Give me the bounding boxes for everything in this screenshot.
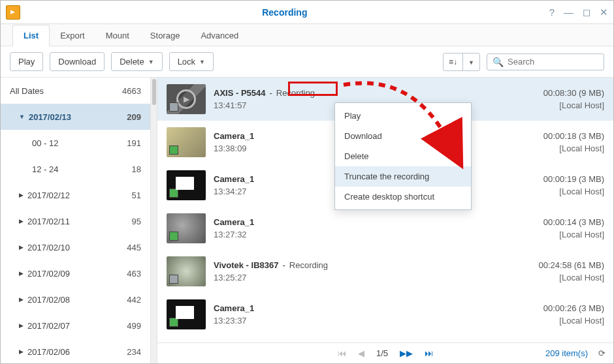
search-icon: 🔍 bbox=[493, 57, 504, 67]
delete-label: Delete bbox=[120, 57, 144, 67]
recording-duration: 00:00:18 (3 MB) bbox=[543, 131, 604, 141]
status-icon bbox=[169, 145, 178, 155]
sidebar-date[interactable]: ▶2017/02/09 463 bbox=[1, 260, 150, 286]
recording-item[interactable]: Camera_1 13:27:32 00:00:14 (3 MB) [Local… bbox=[157, 207, 613, 250]
sidebar-count: 95 bbox=[132, 217, 141, 226]
sidebar-count: 18 bbox=[132, 164, 141, 174]
ctx-shortcut[interactable]: Create desktop shortcut bbox=[335, 187, 471, 207]
tab-list[interactable]: List bbox=[12, 25, 50, 46]
recording-host: [Local Host] bbox=[543, 230, 604, 239]
tab-storage[interactable]: Storage bbox=[140, 25, 191, 46]
sidebar-label: 2017/02/11 bbox=[27, 217, 70, 226]
refresh-icon[interactable]: ⟳ bbox=[598, 348, 606, 358]
recording-thumbnail: ▶ bbox=[167, 84, 206, 114]
sidebar-all-dates[interactable]: All Dates 4663 bbox=[1, 78, 150, 104]
recording-duration: 00:00:26 (3 MB) bbox=[543, 303, 604, 313]
sidebar-count: 442 bbox=[127, 295, 141, 305]
tab-mount[interactable]: Mount bbox=[95, 25, 140, 46]
recording-thumbnail bbox=[167, 299, 206, 329]
ctx-download[interactable]: Download bbox=[335, 126, 471, 146]
tab-export[interactable]: Export bbox=[50, 25, 95, 46]
help-icon[interactable]: ? bbox=[549, 7, 555, 18]
recording-host: [Local Host] bbox=[539, 273, 604, 282]
ctx-play[interactable]: Play bbox=[335, 106, 471, 126]
sidebar-date[interactable]: ▶2017/02/11 95 bbox=[1, 208, 150, 234]
sidebar-count: 209 bbox=[127, 112, 141, 122]
recording-name: Camera_1 bbox=[214, 131, 254, 141]
tab-advanced[interactable]: Advanced bbox=[190, 25, 249, 46]
sidebar-label: 2017/02/08 bbox=[27, 295, 70, 305]
sidebar-date[interactable]: ▶2017/02/08 442 bbox=[1, 286, 150, 312]
recording-host: [Local Host] bbox=[543, 100, 604, 110]
sort-icon[interactable]: ≡↓ bbox=[444, 53, 463, 70]
pager-page: 1/5 bbox=[376, 348, 388, 358]
search-input[interactable] bbox=[508, 57, 614, 67]
recording-time: 13:25:27 bbox=[214, 273, 531, 282]
maximize-icon[interactable]: ◻ bbox=[583, 7, 590, 18]
pager: ⏮ ◀ 1/5 ▶▶ ⏭ 209 item(s) ⟳ bbox=[157, 342, 613, 363]
recording-duration: 00:08:30 (9 MB) bbox=[543, 88, 604, 98]
status-icon bbox=[169, 318, 178, 327]
recording-item[interactable]: Camera_1 13:23:37 00:00:26 (3 MB) [Local… bbox=[157, 293, 613, 336]
chevron-down-icon: ▼ bbox=[19, 114, 25, 120]
sidebar-date-selected[interactable]: ▼2017/02/13 209 bbox=[1, 104, 150, 130]
pager-prev-icon[interactable]: ◀ bbox=[358, 348, 364, 358]
chevron-right-icon: ▶ bbox=[19, 244, 24, 250]
sidebar-hour-range[interactable]: 00 - 12 191 bbox=[1, 130, 150, 156]
recording-time: 13:23:37 bbox=[214, 316, 536, 326]
close-icon[interactable]: ✕ bbox=[600, 7, 608, 18]
sidebar-count: 234 bbox=[127, 347, 141, 357]
pager-next-icon[interactable]: ▶▶ bbox=[400, 348, 413, 358]
ctx-truncate[interactable]: Truncate the recording bbox=[335, 166, 471, 187]
pager-last-icon[interactable]: ⏭ bbox=[425, 348, 433, 358]
window-title: Recording bbox=[20, 7, 549, 18]
recording-name: AXIS - P5544 bbox=[214, 88, 266, 98]
pager-total: 209 item(s) bbox=[545, 348, 588, 358]
ctx-delete[interactable]: Delete bbox=[335, 146, 471, 166]
sidebar-label: All Dates bbox=[10, 86, 44, 96]
sidebar-label: 2017/02/07 bbox=[27, 321, 70, 331]
status-icon bbox=[169, 232, 178, 241]
search-box[interactable]: 🔍 bbox=[487, 53, 604, 70]
delete-button[interactable]: Delete▼ bbox=[111, 52, 163, 71]
download-button[interactable]: Download bbox=[50, 52, 105, 71]
lock-button[interactable]: Lock▼ bbox=[169, 52, 214, 71]
sidebar-label: 00 - 12 bbox=[32, 138, 58, 148]
sidebar-hour-range[interactable]: 12 - 24 18 bbox=[1, 156, 150, 182]
sidebar-label: 2017/02/12 bbox=[27, 190, 70, 200]
play-button[interactable]: Play bbox=[10, 52, 43, 71]
recording-thumbnail bbox=[167, 256, 206, 286]
recording-status: Recording bbox=[276, 88, 315, 98]
recording-name: Camera_1 bbox=[214, 303, 254, 313]
play-overlay-icon: ▶ bbox=[176, 89, 196, 109]
sidebar-count: 499 bbox=[127, 321, 141, 331]
recording-item[interactable]: Vivotek - IB8367 - Recording 13:25:27 00… bbox=[157, 250, 613, 293]
recording-time: 13:27:32 bbox=[214, 230, 536, 239]
sidebar-label: 2017/02/13 bbox=[29, 112, 71, 122]
sidebar-date[interactable]: ▶2017/02/07 499 bbox=[1, 312, 150, 339]
sidebar-count: 51 bbox=[132, 190, 141, 200]
titlebar: Recording ? — ◻ ✕ bbox=[1, 1, 613, 24]
chevron-right-icon: ▶ bbox=[19, 322, 24, 329]
pager-first-icon[interactable]: ⏮ bbox=[338, 348, 346, 358]
status-icon bbox=[169, 189, 178, 198]
sidebar-label: 2017/02/09 bbox=[27, 269, 70, 279]
sidebar-date[interactable]: ▶2017/02/10 445 bbox=[1, 234, 150, 260]
sidebar-scrollbar[interactable] bbox=[151, 78, 157, 363]
recording-thumbnail bbox=[167, 127, 206, 157]
toolbar: Play Download Delete▼ Lock▼ ≡↓ ▼ 🔍 bbox=[1, 46, 613, 78]
recording-duration: 00:24:58 (61 MB) bbox=[539, 260, 604, 270]
sidebar-date[interactable]: ▶2017/02/06 234 bbox=[1, 339, 150, 363]
minimize-icon[interactable]: — bbox=[564, 7, 574, 18]
sidebar-count: 4663 bbox=[122, 86, 141, 96]
app-icon bbox=[6, 5, 20, 20]
recording-name: Camera_1 bbox=[214, 217, 254, 227]
tab-bar: List Export Mount Storage Advanced bbox=[1, 24, 613, 46]
sidebar-date[interactable]: ▶2017/02/12 51 bbox=[1, 182, 150, 208]
recording-thumbnail bbox=[167, 170, 206, 200]
chevron-right-icon: ▶ bbox=[19, 348, 24, 355]
sort-button[interactable]: ≡↓ ▼ bbox=[443, 53, 480, 71]
sort-dropdown-icon[interactable]: ▼ bbox=[463, 53, 479, 70]
lock-label: Lock bbox=[178, 57, 195, 67]
context-menu: Play Download Delete Truncate the record… bbox=[334, 102, 472, 210]
